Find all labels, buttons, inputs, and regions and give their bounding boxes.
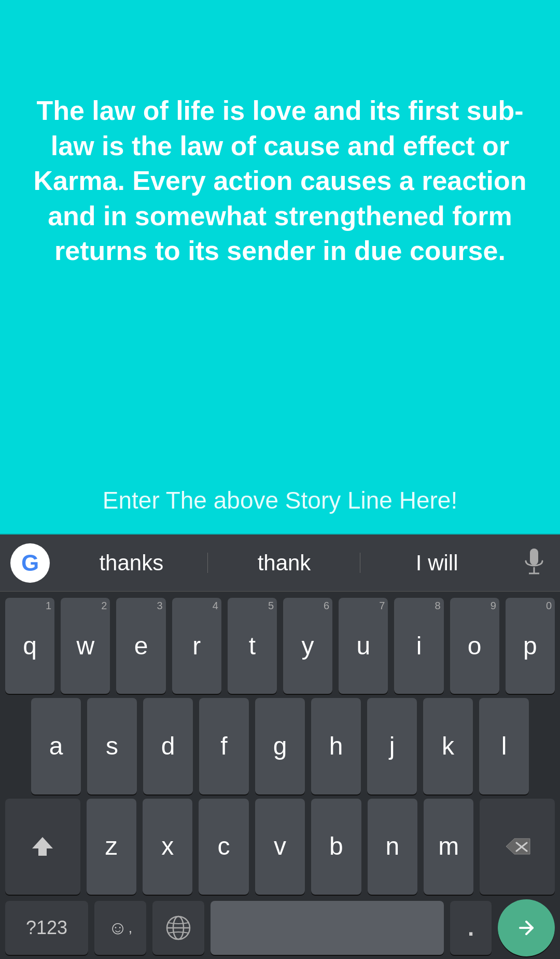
num-switch-key[interactable]: ?123 bbox=[5, 901, 88, 955]
key-l[interactable]: l bbox=[479, 698, 529, 794]
mic-icon[interactable] bbox=[519, 547, 550, 579]
period-key[interactable]: . bbox=[450, 901, 492, 955]
quote-text: The law of life is love and its first su… bbox=[31, 93, 529, 269]
key-g[interactable]: g bbox=[255, 698, 305, 794]
key-e[interactable]: 3 e bbox=[116, 598, 165, 694]
space-bar[interactable] bbox=[211, 901, 444, 955]
key-p[interactable]: 0 p bbox=[506, 598, 555, 694]
key-w[interactable]: 2 w bbox=[61, 598, 110, 694]
key-z[interactable]: z bbox=[87, 799, 136, 895]
key-row-2: a s d f g h j k l bbox=[0, 696, 560, 796]
key-f[interactable]: f bbox=[199, 698, 249, 794]
key-m[interactable]: m bbox=[424, 799, 473, 895]
svg-rect-0 bbox=[530, 549, 538, 565]
key-rows: 1 q 2 w 3 e 4 r 5 t 6 y bbox=[0, 592, 560, 897]
google-g-icon: G bbox=[21, 550, 39, 576]
key-y[interactable]: 6 y bbox=[283, 598, 332, 694]
backspace-key[interactable] bbox=[480, 799, 555, 895]
key-row-3: z x c v b n m bbox=[0, 797, 560, 897]
key-r[interactable]: 4 r bbox=[172, 598, 221, 694]
key-q[interactable]: 1 q bbox=[5, 598, 54, 694]
shift-key[interactable] bbox=[5, 799, 80, 895]
key-b[interactable]: b bbox=[311, 799, 361, 895]
key-t[interactable]: 5 t bbox=[228, 598, 277, 694]
num-switch-label: ?123 bbox=[26, 917, 67, 939]
key-j[interactable]: j bbox=[367, 698, 417, 794]
enter-key[interactable] bbox=[498, 899, 555, 956]
key-s[interactable]: s bbox=[87, 698, 137, 794]
emoji-key[interactable]: ☺ , bbox=[94, 901, 146, 955]
suggestion-thanks[interactable]: thanks bbox=[55, 551, 208, 576]
globe-key[interactable] bbox=[152, 901, 204, 955]
key-a[interactable]: a bbox=[31, 698, 81, 794]
key-d[interactable]: d bbox=[143, 698, 193, 794]
suggestions-list: thanks thank I will bbox=[55, 551, 513, 576]
bottom-row: ?123 ☺ , . bbox=[0, 897, 560, 959]
key-u[interactable]: 7 u bbox=[339, 598, 388, 694]
content-area: The law of life is love and its first su… bbox=[0, 0, 560, 467]
key-row-1: 1 q 2 w 3 e 4 r 5 t 6 y bbox=[0, 596, 560, 696]
keyboard: G thanks thank I will 1 q 2 bbox=[0, 535, 560, 959]
suggestion-iwill[interactable]: I will bbox=[360, 551, 513, 576]
key-h[interactable]: h bbox=[311, 698, 361, 794]
story-input[interactable] bbox=[21, 486, 539, 514]
google-logo: G bbox=[10, 543, 50, 583]
key-n[interactable]: n bbox=[368, 799, 417, 895]
input-area[interactable] bbox=[0, 467, 560, 535]
suggestion-bar: G thanks thank I will bbox=[0, 535, 560, 592]
key-v[interactable]: v bbox=[255, 799, 305, 895]
emoji-icon: ☺ bbox=[108, 917, 128, 939]
key-o[interactable]: 9 o bbox=[450, 598, 499, 694]
key-x[interactable]: x bbox=[143, 799, 192, 895]
period-label: . bbox=[468, 915, 474, 941]
key-c[interactable]: c bbox=[199, 799, 248, 895]
key-k[interactable]: k bbox=[423, 698, 473, 794]
key-i[interactable]: 8 i bbox=[394, 598, 443, 694]
suggestion-thank[interactable]: thank bbox=[208, 551, 361, 576]
